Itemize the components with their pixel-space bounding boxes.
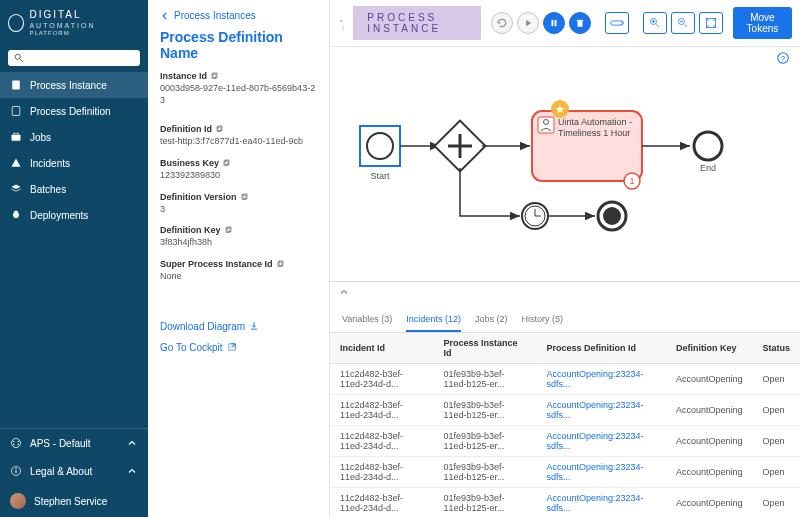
field-label: Definition Id — [160, 124, 317, 134]
copy-icon[interactable] — [222, 159, 230, 167]
col-header[interactable]: Process Definition Id — [536, 333, 666, 364]
chevron-up-icon — [126, 465, 138, 477]
tabs-panel: Variables (3)Incidents (12)Jobs (2)Histo… — [330, 281, 800, 517]
collapse-panel-button[interactable]: «⋮ — [338, 17, 347, 30]
cell-link[interactable]: AccountOpening:23234-sdfs... — [536, 426, 666, 457]
svg-rect-15 — [213, 73, 217, 78]
chevron-up-icon — [126, 437, 138, 449]
grid-icon — [10, 437, 22, 449]
copy-icon[interactable] — [276, 260, 284, 268]
cell-link[interactable]: AccountOpening:23234-sdfs... — [536, 488, 666, 518]
svg-rect-20 — [242, 195, 246, 200]
copy-icon[interactable] — [224, 226, 232, 234]
cell: AccountOpening — [666, 364, 753, 395]
sidebar-item-incidents[interactable]: Incidents — [0, 150, 148, 176]
pause-button[interactable] — [543, 12, 565, 34]
tabs: Variables (3)Incidents (12)Jobs (2)Histo… — [330, 304, 800, 333]
sidebar-item-process-definition[interactable]: Process Definition — [0, 98, 148, 124]
cell: AccountOpening — [666, 488, 753, 518]
sidebar-item-deployments[interactable]: Deployments — [0, 202, 148, 228]
cell: 01fe93b9-b3ef-11ed-b125-er... — [434, 457, 537, 488]
panel-toggle[interactable] — [330, 282, 800, 304]
detail-field: Instance Id 0003d958-927e-11ed-807b-6569… — [160, 71, 317, 106]
document-icon — [10, 79, 22, 91]
field-label: Business Key — [160, 158, 317, 168]
cell: 01fe93b9-b3ef-11ed-b125-er... — [434, 488, 537, 518]
sidebar: DIGITAL AUTOMATION PLATFORM Process Inst… — [0, 0, 148, 517]
arrow-left-icon — [160, 11, 170, 21]
legal-about[interactable]: Legal & About — [0, 457, 148, 485]
go-to-cockpit-link[interactable]: Go To Cockpit — [160, 342, 317, 353]
copy-icon[interactable] — [210, 72, 218, 80]
svg-rect-22 — [226, 228, 230, 233]
tab-variables[interactable]: Variables (3) — [342, 310, 392, 332]
back-link[interactable]: Process Instances — [160, 10, 317, 21]
download-diagram-link[interactable]: Download Diagram — [160, 321, 317, 332]
cell: 01fe93b9-b3ef-11ed-b125-er... — [434, 395, 537, 426]
process-instance-badge: PROCESS INSTANCE — [353, 6, 481, 40]
svg-point-9 — [13, 444, 15, 446]
copy-icon[interactable] — [240, 193, 248, 201]
cell-link[interactable]: AccountOpening:23234-sdfs... — [536, 364, 666, 395]
fit-button[interactable] — [699, 12, 723, 34]
nav: Process Instance Process Definition Jobs… — [0, 72, 148, 428]
table-row[interactable]: 11c2d482-b3ef-11ed-234d-d...01fe93b9-b3e… — [330, 395, 800, 426]
svg-point-56 — [694, 132, 722, 160]
field-label: Instance Id — [160, 71, 317, 81]
loop-button[interactable] — [605, 12, 629, 34]
cell: 11c2d482-b3ef-11ed-234d-d... — [330, 364, 434, 395]
svg-point-6 — [12, 439, 21, 448]
col-header[interactable]: Definition Key — [666, 333, 753, 364]
field-value: 123392389830 — [160, 170, 317, 182]
sidebar-item-label: Process Instance — [30, 80, 107, 91]
cell: 11c2d482-b3ef-11ed-234d-d... — [330, 488, 434, 518]
delete-button[interactable] — [569, 12, 591, 34]
tab-history[interactable]: History (5) — [521, 310, 563, 332]
bpmn-diagram[interactable]: Start Uinta Automation - Timeliness 1 Ho… — [330, 71, 800, 281]
search-input[interactable] — [8, 50, 140, 66]
col-header[interactable]: Process Instance Id — [434, 333, 537, 364]
copy-icon[interactable] — [215, 125, 223, 133]
field-label: Definition Version — [160, 192, 317, 202]
table-row[interactable]: 11c2d482-b3ef-11ed-234d-d...01fe93b9-b3e… — [330, 364, 800, 395]
bottom-nav: APS - Default Legal & About Stephen Serv… — [0, 428, 148, 517]
zoom-out-button[interactable] — [671, 12, 695, 34]
field-label: Super Process Instance Id — [160, 259, 317, 269]
sidebar-item-label: Jobs — [30, 132, 51, 143]
chevron-up-icon — [338, 286, 350, 298]
cell-link[interactable]: AccountOpening:23234-sdfs... — [536, 457, 666, 488]
sidebar-item-label: Incidents — [30, 158, 70, 169]
table-row[interactable]: 11c2d482-b3ef-11ed-234d-d...01fe93b9-b3e… — [330, 426, 800, 457]
main-panel: «⋮ PROCESS INSTANCE Move Tokens ? — [330, 0, 800, 517]
detail-field: Definition Version 3 — [160, 192, 317, 216]
end-event-label: End — [700, 163, 716, 173]
link-label: Download Diagram — [160, 321, 245, 332]
svg-line-1 — [20, 59, 23, 62]
field-value: None — [160, 271, 317, 283]
user-menu[interactable]: Stephen Service — [0, 485, 148, 517]
cell-link[interactable]: AccountOpening:23234-sdfs... — [536, 395, 666, 426]
help-button[interactable]: ? — [766, 47, 800, 71]
tab-incidents[interactable]: Incidents (12) — [406, 310, 461, 332]
col-header[interactable]: Incident Id — [330, 333, 434, 364]
sidebar-item-batches[interactable]: Batches — [0, 176, 148, 202]
bottom-item-label: APS - Default — [30, 438, 91, 449]
col-header[interactable]: Status — [752, 333, 800, 364]
sidebar-item-process-instance[interactable]: Process Instance — [0, 72, 148, 98]
svg-point-10 — [18, 444, 20, 446]
zoom-in-button[interactable] — [643, 12, 667, 34]
svg-rect-19 — [225, 160, 229, 165]
svg-rect-18 — [224, 161, 228, 166]
svg-rect-24 — [278, 262, 282, 267]
detail-field: Definition Key 3f83h4jfh38h — [160, 225, 317, 249]
sidebar-item-jobs[interactable]: Jobs — [0, 124, 148, 150]
brand-logo: DIGITAL AUTOMATION PLATFORM — [0, 0, 148, 46]
play-button[interactable] — [517, 12, 539, 34]
table-row[interactable]: 11c2d482-b3ef-11ed-234d-d...01fe93b9-b3e… — [330, 488, 800, 518]
tab-jobs[interactable]: Jobs (2) — [475, 310, 508, 332]
brand-line2: AUTOMATION — [29, 22, 95, 29]
tenant-selector[interactable]: APS - Default — [0, 429, 148, 457]
restart-button[interactable] — [491, 12, 513, 34]
table-row[interactable]: 11c2d482-b3ef-11ed-234d-d...01fe93b9-b3e… — [330, 457, 800, 488]
move-tokens-button[interactable]: Move Tokens — [733, 7, 792, 39]
